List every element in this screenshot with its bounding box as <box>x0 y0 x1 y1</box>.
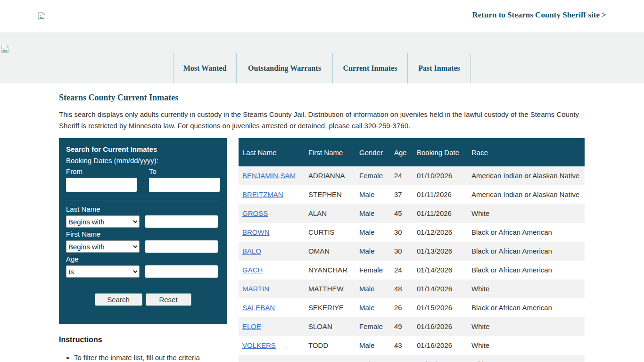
booking-date-cell: 01/16/2026 <box>413 336 468 355</box>
last-name-cell: BREITZMAN <box>239 185 305 204</box>
first-name-input[interactable] <box>145 240 218 253</box>
age-cell: 24 <box>390 166 413 185</box>
instructions-list: To filter the inmate list, fill out the … <box>74 353 229 362</box>
instruction-item: To filter the inmate list, fill out the … <box>74 353 229 362</box>
first-name-cell: SLOAN <box>305 317 355 336</box>
race-cell: White <box>468 317 585 336</box>
inmate-table-body: BENJAMIN-SAMADRIANNAFemale2401/10/2026Am… <box>239 166 585 362</box>
age-cell: 32 <box>390 355 413 362</box>
age-cell: 37 <box>390 185 413 204</box>
first-name-label: First Name <box>66 230 220 238</box>
first-name-cell: SEKERIYE <box>305 298 355 317</box>
last-name-cell: VOLKERS <box>239 336 305 355</box>
age-cell: 49 <box>390 317 413 336</box>
last-name-link[interactable]: SALEBAN <box>242 304 275 312</box>
first-name-cell: OMAN <box>305 242 355 261</box>
broken-image-icon-logo <box>1 44 9 53</box>
from-date-input[interactable] <box>66 178 137 192</box>
page-title: Stearns County Current Inmates <box>59 93 178 103</box>
column-header-race: Race <box>468 138 585 166</box>
booking-date-cell: 01/14/2026 <box>413 280 468 298</box>
nav-band: Most WantedOutstanding WarrantsCurrent I… <box>0 33 644 83</box>
age-input[interactable] <box>145 265 218 278</box>
race-cell: American Indian or Alaskan Native <box>468 166 585 185</box>
gender-cell: Female <box>355 261 390 280</box>
age-cell: 45 <box>390 204 413 223</box>
age-cell: 30 <box>390 242 413 261</box>
table-row: BROWNCURTISMale3001/12/2026Black or Afri… <box>239 223 585 242</box>
age-operator-select[interactable]: Is <box>66 265 140 278</box>
nav-tab-most-wanted[interactable]: Most Wanted <box>173 53 236 83</box>
gender-cell: Female <box>355 166 390 185</box>
last-name-cell: BALO <box>239 242 305 261</box>
table-row: GROSSALANMale4501/11/2026White <box>239 204 585 223</box>
reset-button[interactable]: Reset <box>146 293 191 306</box>
gender-cell: Male <box>355 223 390 242</box>
table-row: BREITZMANSTEPHENMale3701/11/2026American… <box>239 185 585 204</box>
first-name-cell: ALAN <box>305 204 355 223</box>
first-name-cell: JEFFREY <box>305 355 355 362</box>
to-date-input[interactable] <box>149 178 220 192</box>
first-name-cell: NYANCHAR <box>305 261 355 280</box>
last-name-cell: GACH <box>239 261 305 280</box>
return-to-sheriff-site-link[interactable]: Return to Stearns County Sheriff site > <box>472 10 606 20</box>
last-name-cell: BENJAMIN-SAM <box>239 166 305 185</box>
booking-dates-label: Booking Dates (mm/dd/yyyy): <box>66 156 220 165</box>
table-header-row: Last NameFirst NameGenderAgeBooking Date… <box>239 138 585 166</box>
column-header-booking-date: Booking Date <box>413 138 468 166</box>
search-button[interactable]: Search <box>95 293 142 306</box>
table-row: GACHNYANCHARFemale2401/14/2026Black or A… <box>239 261 585 280</box>
race-cell: White <box>468 204 585 223</box>
instructions-title: Instructions <box>59 336 229 344</box>
inmate-table: Last NameFirst NameGenderAgeBooking Date… <box>239 138 585 362</box>
age-label: Age <box>66 255 220 263</box>
booking-date-cell: 01/15/2026 <box>413 298 468 317</box>
last-name-link[interactable]: GROSS <box>242 209 268 217</box>
last-name-link[interactable]: ELOE <box>242 322 261 330</box>
nav-tab-past-inmates[interactable]: Past Inmates <box>407 53 471 83</box>
last-name-link[interactable]: GACH <box>242 266 263 274</box>
booking-date-cell: 01/11/2026 <box>413 185 468 204</box>
booking-date-cell: 01/14/2026 <box>413 261 468 280</box>
last-name-label: Last Name <box>66 205 220 213</box>
booking-date-cell: 01/10/2026 <box>413 166 468 185</box>
last-name-input[interactable] <box>145 215 218 228</box>
table-row: VOLKERSTODDMale4301/16/2026White <box>239 336 585 355</box>
nav-tab-current-inmates[interactable]: Current Inmates <box>332 53 407 83</box>
first-name-operator-select[interactable]: Begins with <box>66 240 140 253</box>
nav-tab-outstanding-warrants[interactable]: Outstanding Warrants <box>236 53 332 83</box>
column-header-last-name: Last Name <box>239 138 305 166</box>
gender-cell: Male <box>355 242 390 261</box>
last-name-link[interactable]: RONNEL <box>242 360 272 362</box>
first-name-cell: TODD <box>305 336 355 355</box>
top-header: Return to Stearns County Sheriff site > <box>0 0 644 33</box>
last-name-cell: GROSS <box>239 204 305 223</box>
booking-date-cell: 01/13/2026 <box>413 242 468 261</box>
column-header-gender: Gender <box>355 138 390 166</box>
age-cell: 24 <box>390 261 413 280</box>
from-date-label: From <box>66 167 83 175</box>
last-name-link[interactable]: BALO <box>242 247 261 255</box>
last-name-link[interactable]: BROWN <box>242 228 270 236</box>
last-name-link[interactable]: VOLKERS <box>242 341 276 349</box>
gender-cell: Male <box>355 355 390 362</box>
column-header-first-name: First Name <box>305 138 355 166</box>
first-name-cell: MATTHEW <box>305 280 355 298</box>
gender-cell: Female <box>355 317 390 336</box>
main-nav: Most WantedOutstanding WarrantsCurrent I… <box>173 53 471 83</box>
last-name-link[interactable]: BENJAMIN-SAM <box>242 172 296 180</box>
race-cell: White <box>468 355 585 362</box>
last-name-operator-select[interactable]: Begins with <box>66 215 140 228</box>
table-row: SALEBANSEKERIYEMale2601/15/2026Black or … <box>239 298 585 317</box>
gender-cell: Male <box>355 280 390 298</box>
table-row: ELOESLOANFemale4901/16/2026White <box>239 317 585 336</box>
gender-cell: Male <box>355 298 390 317</box>
booking-date-cell: 01/11/2026 <box>413 204 468 223</box>
last-name-link[interactable]: BREITZMAN <box>242 190 283 198</box>
search-panel-title: Search for Current Inmates <box>66 145 220 153</box>
race-cell: White <box>468 336 585 355</box>
page-description: This search displays only adults current… <box>59 109 586 132</box>
booking-date-cell: 01/16/2026 <box>413 317 468 336</box>
last-name-link[interactable]: MARTIN <box>242 285 269 293</box>
column-header-age: Age <box>390 138 413 166</box>
